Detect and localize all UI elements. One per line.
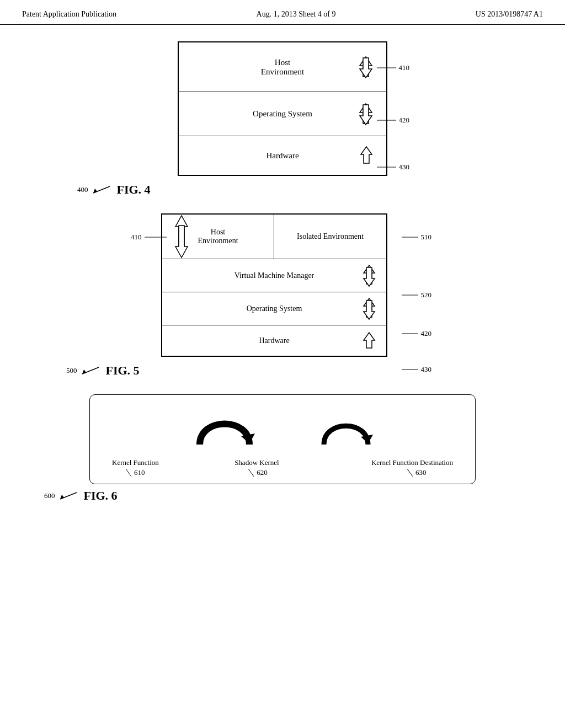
fig6-610-arrow bbox=[123, 467, 134, 478]
fig6-630-ref: 630 bbox=[415, 468, 427, 477]
fig5-vmm: Virtual Machine Manager bbox=[162, 259, 386, 292]
fig6-shadow-label: Shadow Kernel bbox=[234, 458, 279, 467]
svg-marker-25 bbox=[361, 435, 373, 443]
fig5-ref-510: 510 bbox=[402, 233, 432, 242]
fig6-inner: Kernel Function 610 Shadow Kernel bbox=[89, 394, 476, 484]
fig6-caption-arrow bbox=[57, 490, 79, 501]
svg-marker-3 bbox=[360, 105, 372, 125]
fig6-labels: Kernel Function 610 Shadow Kernel bbox=[112, 458, 453, 478]
fig5-diagram: HostEnvironment Isolated Environment Vir… bbox=[161, 213, 387, 357]
fig4-ref-410: 410 bbox=[377, 63, 410, 72]
fig4-ref-420: 420 bbox=[377, 116, 410, 125]
svg-line-26 bbox=[126, 469, 131, 477]
svg-marker-4 bbox=[361, 147, 372, 163]
svg-marker-12 bbox=[175, 226, 188, 258]
fig5-hw-label: Hardware bbox=[259, 336, 289, 345]
fig4-ref-label: 400 bbox=[77, 185, 88, 194]
fig6-kernel-label: Kernel Function bbox=[112, 458, 159, 467]
fig5-ref-label: 500 bbox=[66, 366, 77, 375]
fig5-isolated: Isolated Environment bbox=[274, 215, 386, 259]
svg-marker-17 bbox=[364, 333, 375, 348]
fig5-ref-520: 520 bbox=[402, 291, 432, 299]
fig4-arrow-host bbox=[355, 56, 376, 79]
fig6-kernel-function: Kernel Function 610 bbox=[112, 458, 159, 478]
fig5-host-label: HostEnvironment bbox=[198, 228, 238, 245]
fig5-hw: Hardware bbox=[162, 325, 386, 356]
fig4-arrow-hw bbox=[358, 146, 375, 165]
fig4-ref-430: 430 bbox=[377, 163, 410, 172]
fig5-ref-430-label: 430 bbox=[421, 365, 432, 374]
fig5-big-arrow bbox=[172, 215, 191, 259]
fig4-os-row: Operating System bbox=[179, 92, 386, 136]
svg-marker-1 bbox=[360, 58, 372, 78]
fig6-shadow-arrow bbox=[316, 411, 376, 450]
fig5-vmm-arrow-right bbox=[360, 264, 379, 287]
fig6-ref-label: 600 bbox=[44, 491, 55, 500]
fig4-title: FIG. 4 bbox=[117, 183, 151, 197]
header-left: Patent Application Publication bbox=[22, 10, 116, 19]
fig4-arrow-os bbox=[355, 103, 376, 126]
fig6-title: FIG. 6 bbox=[84, 489, 118, 503]
fig4-diagram: HostEnvironment Operating System bbox=[178, 41, 387, 176]
fig5-os: Operating System bbox=[162, 292, 386, 325]
fig6-610-ref: 610 bbox=[134, 468, 145, 477]
fig5-ref-420-label: 420 bbox=[421, 329, 432, 338]
fig5-section: 410 HostEnvironment Isolated Env bbox=[33, 213, 532, 378]
fig4-section: HostEnvironment Operating System bbox=[33, 41, 532, 197]
fig5-isolated-label: Isolated Environment bbox=[297, 232, 364, 241]
fig6-section: Kernel Function 610 Shadow Kernel bbox=[33, 394, 532, 503]
fig4-hw-row: Hardware bbox=[179, 136, 386, 175]
fig6-620-ref: 620 bbox=[257, 468, 268, 477]
header-center: Aug. 1, 2013 Sheet 4 of 9 bbox=[257, 10, 336, 19]
fig6-630-arrow bbox=[404, 467, 415, 478]
fig6-dest-label: Kernel Function Destination bbox=[371, 458, 453, 467]
fig6-caption: 600 FIG. 6 bbox=[44, 489, 118, 503]
fig5-ref-430: 430 bbox=[402, 365, 432, 374]
fig5-ref-420: 420 bbox=[402, 329, 432, 338]
fig6-kernel-dest: Kernel Function Destination 630 bbox=[371, 458, 453, 478]
fig5-caption: 500 FIG. 5 bbox=[66, 363, 140, 378]
fig6-shadow-kernel: Shadow Kernel 620 bbox=[234, 458, 279, 478]
fig5-ref-510-label: 510 bbox=[421, 233, 432, 242]
fig4-host-label: HostEnvironment bbox=[261, 58, 304, 77]
fig6-620-arrow bbox=[246, 467, 257, 478]
fig5-vmm-label: Virtual Machine Manager bbox=[234, 271, 315, 280]
main-content: HostEnvironment Operating System bbox=[0, 25, 565, 536]
fig4-caption: 400 FIG. 4 bbox=[77, 183, 151, 197]
fig4-host-row: HostEnvironment bbox=[179, 42, 386, 92]
fig5-title: FIG. 5 bbox=[106, 363, 140, 378]
svg-line-28 bbox=[407, 469, 413, 477]
fig5-caption-arrow bbox=[79, 365, 102, 376]
page-header: Patent Application Publication Aug. 1, 2… bbox=[0, 0, 565, 25]
fig5-os-arrow bbox=[360, 297, 379, 320]
fig4-caption-arrow bbox=[90, 184, 113, 195]
fig5-os-label: Operating System bbox=[247, 304, 302, 313]
fig6-kernel-arrow bbox=[189, 406, 260, 450]
fig5-top-row: HostEnvironment Isolated Environment bbox=[162, 215, 386, 259]
fig5-ref-520-label: 520 bbox=[421, 291, 432, 299]
svg-line-27 bbox=[248, 469, 254, 477]
fig5-host: HostEnvironment bbox=[162, 215, 274, 259]
fig4-hw-label: Hardware bbox=[266, 151, 299, 160]
fig5-hw-arrow bbox=[361, 331, 377, 350]
header-right: US 2013/0198747 A1 bbox=[476, 10, 543, 19]
fig4-os-label: Operating System bbox=[253, 109, 312, 119]
fig6-arrows bbox=[112, 406, 453, 450]
